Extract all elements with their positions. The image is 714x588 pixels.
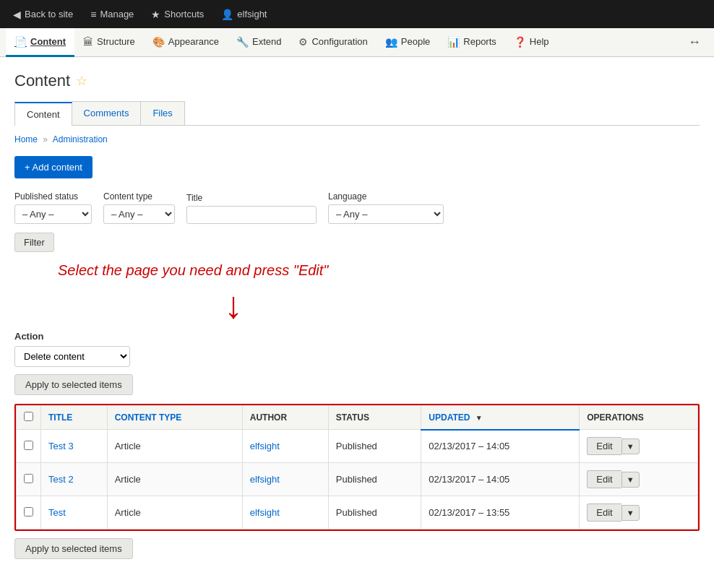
row-status-cell: Published	[328, 430, 421, 463]
select-all-checkbox[interactable]	[24, 412, 33, 421]
structure-nav-icon: 🏛	[83, 36, 93, 48]
operations-column-header: OPERATIONS	[580, 406, 698, 430]
table-header-row: TITLE CONTENT TYPE AUTHOR STATUS UPDATED…	[17, 406, 698, 430]
row-author-cell: elfsight	[242, 463, 328, 496]
action-row: Action Delete content Publish content Un…	[14, 331, 700, 367]
nav-item-extend[interactable]: 🔧 Extend	[228, 28, 290, 57]
user-icon: 👤	[221, 9, 233, 20]
row-author-cell: elfsight	[242, 496, 328, 529]
updated-column-header[interactable]: UPDATED ▼	[421, 406, 580, 430]
action-select[interactable]: Delete content Publish content Unpublish…	[14, 346, 130, 367]
published-status-select[interactable]: – Any – Published Unpublished	[14, 204, 92, 224]
published-status-label: Published status	[14, 191, 92, 202]
content-type-select[interactable]: – Any – Article Basic page	[103, 204, 175, 224]
breadcrumb-home[interactable]: Home	[14, 134, 38, 144]
row-title-cell: Test	[41, 496, 108, 529]
nav-item-help[interactable]: ❓ Help	[505, 28, 558, 57]
page-title: Content ☆	[14, 72, 700, 90]
content-table: TITLE CONTENT TYPE AUTHOR STATUS UPDATED…	[16, 405, 698, 529]
nav-end: ↔	[681, 28, 708, 56]
row-author-link[interactable]: elfsight	[250, 507, 280, 518]
row-operations-cell: Edit ▼	[580, 430, 698, 463]
content-table-wrapper: TITLE CONTENT TYPE AUTHOR STATUS UPDATED…	[14, 404, 700, 531]
author-column-header: AUTHOR	[242, 406, 328, 430]
row-status-cell: Published	[328, 463, 421, 496]
title-filter-label: Title	[186, 193, 317, 203]
row-checkbox[interactable]	[24, 441, 33, 450]
back-arrow-icon: ◀	[13, 9, 21, 20]
nav-item-structure[interactable]: 🏛 Structure	[74, 28, 144, 57]
row-checkbox-cell	[17, 430, 41, 463]
edit-dropdown-button[interactable]: ▼	[621, 505, 640, 521]
nav-item-appearance[interactable]: 🎨 Appearance	[144, 28, 228, 57]
language-filter: Language – Any – English	[328, 191, 444, 224]
help-nav-icon: ❓	[514, 36, 526, 48]
row-checkbox[interactable]	[24, 507, 33, 516]
filter-row: Published status – Any – Published Unpub…	[14, 191, 700, 224]
row-checkbox[interactable]	[24, 474, 33, 483]
content-type-column-header[interactable]: CONTENT TYPE	[107, 406, 242, 430]
language-select[interactable]: – Any – English	[328, 204, 444, 224]
edit-btn-group: Edit ▼	[587, 470, 690, 488]
nav-item-people[interactable]: 👥 People	[377, 28, 439, 57]
row-author-link[interactable]: elfsight	[250, 441, 280, 451]
sort-desc-icon: ▼	[476, 414, 483, 422]
edit-dropdown-button[interactable]: ▼	[621, 438, 640, 454]
row-title-link[interactable]: Test 3	[48, 441, 74, 451]
breadcrumb-admin[interactable]: Administration	[53, 134, 108, 144]
apply-to-selected-top-button[interactable]: Apply to selected items	[14, 374, 133, 395]
nav-item-configuration[interactable]: ⚙ Configuration	[290, 28, 376, 57]
title-column-header[interactable]: TITLE	[41, 406, 108, 430]
apply-to-selected-bottom-button[interactable]: Apply to selected items	[14, 538, 133, 559]
manage-button[interactable]: ≡ Manage	[83, 0, 141, 28]
user-button[interactable]: 👤 elfsight	[214, 0, 274, 28]
favorite-star-icon[interactable]: ☆	[76, 73, 87, 89]
admin-bar: ◀ Back to site ≡ Manage ★ Shortcuts 👤 el…	[0, 0, 714, 28]
row-content-type-cell: Article	[107, 463, 242, 496]
row-author-link[interactable]: elfsight	[250, 474, 280, 485]
shortcuts-button[interactable]: ★ Shortcuts	[144, 0, 211, 28]
title-filter-input[interactable]	[186, 206, 317, 224]
configuration-nav-icon: ⚙	[298, 36, 308, 48]
edit-button[interactable]: Edit	[587, 503, 621, 522]
row-checkbox-cell	[17, 463, 41, 496]
row-checkbox-cell	[17, 496, 41, 529]
row-title-cell: Test 3	[41, 430, 108, 463]
title-filter: Title	[186, 193, 317, 224]
add-content-button[interactable]: + Add content	[14, 156, 93, 178]
content-nav-icon: 📄	[14, 36, 27, 48]
row-updated-cell: 02/13/2017 – 13:55	[421, 496, 580, 529]
tab-comments[interactable]: Comments	[72, 101, 142, 125]
tab-content[interactable]: Content	[14, 102, 72, 126]
row-status-cell: Published	[328, 496, 421, 529]
status-column-header: STATUS	[328, 406, 421, 430]
edit-button[interactable]: Edit	[587, 470, 621, 488]
row-operations-cell: Edit ▼	[580, 463, 698, 496]
row-title-cell: Test 2	[41, 463, 108, 496]
table-row: Test 3 Article elfsight Published 02/13/…	[17, 430, 698, 463]
tab-files[interactable]: Files	[140, 101, 184, 125]
extend-nav-icon: 🔧	[236, 36, 249, 48]
published-status-filter: Published status – Any – Published Unpub…	[14, 191, 92, 224]
back-to-site-button[interactable]: ◀ Back to site	[6, 0, 80, 28]
sub-tabs: Content Comments Files	[14, 101, 700, 126]
filter-button[interactable]: Filter	[14, 233, 54, 252]
edit-dropdown-button[interactable]: ▼	[621, 472, 640, 488]
content-type-label: Content type	[103, 191, 175, 202]
breadcrumb-separator: »	[43, 134, 48, 144]
edit-button[interactable]: Edit	[587, 437, 621, 455]
main-content: Content ☆ Content Comments Files Home » …	[0, 57, 714, 582]
nav-item-reports[interactable]: 📊 Reports	[439, 28, 505, 57]
content-type-filter: Content type – Any – Article Basic page	[103, 191, 175, 224]
row-content-type-cell: Article	[107, 496, 242, 529]
row-title-link[interactable]: Test	[48, 507, 66, 518]
select-all-header	[17, 406, 41, 430]
star-icon: ★	[151, 9, 160, 20]
nav-item-content[interactable]: 📄 Content	[6, 28, 74, 57]
edit-btn-group: Edit ▼	[587, 503, 690, 522]
breadcrumb: Home » Administration	[14, 134, 700, 144]
action-select-wrap: Delete content Publish content Unpublish…	[14, 346, 700, 367]
row-title-link[interactable]: Test 2	[48, 474, 74, 485]
action-label: Action	[14, 331, 700, 342]
table-row: Test 2 Article elfsight Published 02/13/…	[17, 463, 698, 496]
